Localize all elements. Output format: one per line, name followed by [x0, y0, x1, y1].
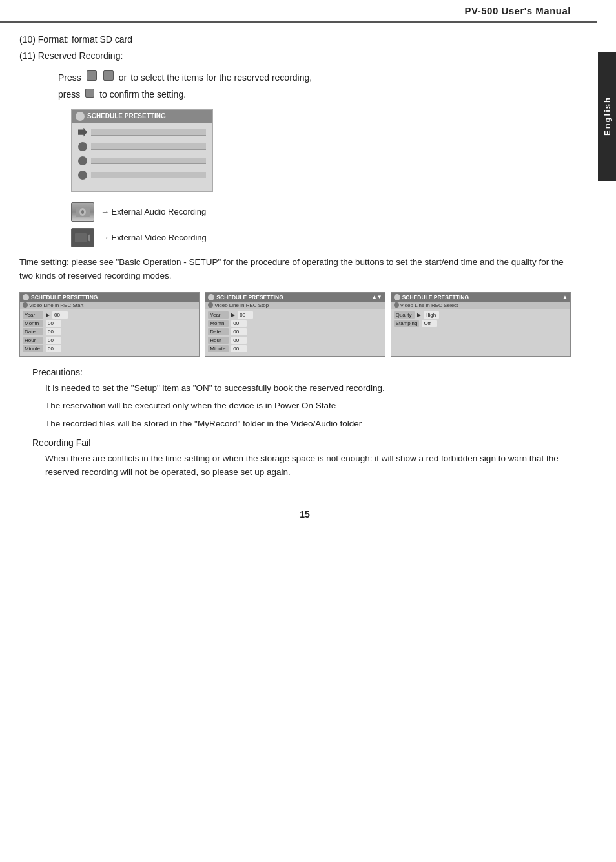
schedule-row-line-0: [91, 129, 206, 136]
mini-sub-icon-2: [208, 302, 213, 308]
schedule-row-3: [78, 171, 206, 180]
video-legend-text: → External Video Recording: [101, 233, 207, 242]
icon-legend-wrapper: → External Audio Recording → External Vi…: [71, 202, 571, 247]
mini-row-month-1: Month 00: [23, 320, 196, 327]
header-bar: PV-500 User's Manual: [0, 0, 597, 23]
mini-row-year-1: Year ▶ 00: [23, 311, 196, 319]
schedule-row-line-1: [91, 143, 206, 150]
audio-icon: [71, 202, 94, 222]
press-word-2: press: [58, 87, 80, 103]
schedule-row-bullet-1: [78, 142, 87, 151]
mini-row-month-2: Month 00: [208, 320, 382, 327]
mini-body-1: Year ▶ 00 Month 00 Date 00 Hour 00 Min: [20, 309, 199, 356]
mini-row-minute-2: Minute 00: [208, 345, 382, 352]
mini-row-stamping: Stamping Off: [394, 320, 568, 327]
confirm-icon: [85, 89, 94, 98]
mini-row-quality: Quality ▶ High: [394, 311, 568, 319]
mini-subtitle-2: Video Line in REC Stop: [205, 302, 384, 309]
schedule-row-1: [78, 142, 206, 151]
section-11: (11) Reserved Recording:: [19, 49, 571, 63]
footer-line-left: [19, 514, 289, 514]
svg-marker-4: [88, 234, 90, 242]
precaution-item-2: The recorded files will be stored in the…: [45, 417, 571, 431]
schedule-presetting-box-wrapper: SCHEDULE PRESETTING: [71, 109, 571, 192]
schedule-row-arrow: [78, 128, 87, 137]
mini-subtitle-1: Video Line in REC Start: [20, 302, 199, 309]
page-number: 15: [289, 509, 320, 520]
schedule-presetting-box: SCHEDULE PRESETTING: [71, 109, 213, 192]
recording-fail-section: Recording Fail When there are conflicts …: [32, 437, 571, 479]
mini-title-3: SCHEDULE PRESETTING ▲: [391, 293, 570, 302]
svg-point-2: [81, 210, 84, 214]
mini-icon-1: [23, 294, 29, 300]
schedule-body: [72, 123, 212, 191]
nav-up-icon: [87, 70, 97, 81]
schedule-row-0: [78, 128, 206, 137]
side-tab: English: [598, 52, 616, 181]
mini-row-hour-1: Hour 00: [23, 337, 196, 344]
schedule-row-bullet-3: [78, 171, 87, 180]
precaution-item-0: It is needed to set the "Setup" item as …: [45, 381, 571, 395]
mini-row-year-2: Year ▶ 00: [208, 311, 382, 319]
section-10: (10) Format: format SD card: [19, 33, 571, 47]
press-line1-end: to select the items for the reserved rec…: [130, 70, 312, 86]
schedule-title-bar: SCHEDULE PRESETTING: [72, 110, 212, 123]
footer-line-right: [320, 514, 590, 514]
press-or: or: [119, 70, 127, 86]
precautions-title: Precautions:: [32, 367, 571, 377]
mini-body-3: Quality ▶ High Stamping Off: [391, 309, 570, 331]
press-line2-end: to confirm the setting.: [99, 87, 186, 103]
mini-icon-2: [208, 294, 214, 300]
mini-schedule-3: SCHEDULE PRESETTING ▲ Video Line in REC …: [391, 292, 571, 357]
icon-legend-audio: → External Audio Recording: [71, 202, 571, 222]
schedule-row-line-3: [91, 172, 206, 178]
mini-schedule-2: SCHEDULE PRESETTING ▲▼ Video Line in REC…: [205, 292, 385, 357]
press-word-1: Press: [58, 70, 81, 86]
schedule-title-icon: [76, 112, 85, 121]
recording-fail-item: When there are conflicts in the time set…: [45, 452, 571, 479]
mini-title-2: SCHEDULE PRESETTING ▲▼: [205, 293, 384, 302]
video-icon: [71, 228, 94, 247]
mini-body-2: Year ▶ 00 Month 00 Date 00 Hour 00 Min: [205, 309, 384, 356]
schedule-title-text: SCHEDULE PRESETTING: [87, 112, 166, 120]
mini-row-hour-2: Hour 00: [208, 337, 382, 344]
press-row-2: press to confirm the setting.: [58, 87, 571, 103]
schedule-row-line-2: [91, 158, 206, 164]
mini-subtitle-3: Video Line in REC Select: [391, 302, 570, 309]
precaution-item-1: The reservation will be executed only wh…: [45, 399, 571, 413]
precautions-section: Precautions: It is needed to set the "Se…: [32, 367, 571, 431]
mini-sub-icon-3: [394, 302, 399, 308]
mini-icon-3: [394, 294, 400, 300]
mini-sub-icon-1: [23, 302, 28, 308]
icon-legend-video: → External Video Recording: [71, 228, 571, 247]
time-setting-para: Time setting: please see "Basic Operatio…: [19, 255, 571, 283]
mini-row-minute-1: Minute 00: [23, 345, 196, 352]
schedule-row-bullet-2: [78, 156, 87, 165]
side-tab-text: English: [602, 97, 612, 136]
audio-legend-text: → External Audio Recording: [101, 207, 206, 216]
main-content: (10) Format: format SD card (11) Reserve…: [0, 23, 597, 496]
recording-fail-title: Recording Fail: [32, 437, 571, 448]
mini-title-1: SCHEDULE PRESETTING: [20, 293, 199, 302]
page-footer: 15: [19, 509, 590, 520]
press-row-1: Press or to select the items for the res…: [58, 70, 571, 86]
mini-schedule-1: SCHEDULE PRESETTING Video Line in REC St…: [19, 292, 200, 357]
three-boxes-row: SCHEDULE PRESETTING Video Line in REC St…: [19, 292, 571, 357]
nav-down-icon: [103, 70, 114, 81]
svg-rect-3: [75, 233, 87, 242]
mini-row-date-2: Date 00: [208, 328, 382, 335]
mini-row-date-1: Date 00: [23, 328, 196, 335]
schedule-row-2: [78, 156, 206, 165]
press-section: Press or to select the items for the res…: [58, 70, 571, 103]
header-title: PV-500 User's Manual: [465, 5, 571, 16]
